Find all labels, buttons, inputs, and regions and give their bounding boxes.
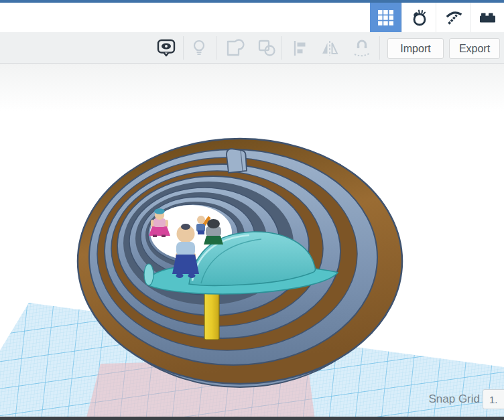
figure-base — [204, 236, 223, 244]
figure-legs — [198, 230, 204, 234]
figure-hair — [181, 224, 190, 230]
figure-skirt — [149, 226, 170, 236]
editor-mode-switcher — [370, 3, 504, 32]
show-all-tool-button[interactable] — [156, 38, 176, 58]
mirror-icon — [320, 38, 340, 58]
design-viewport[interactable]: Snap Grid 1. — [0, 64, 504, 420]
window-bottom-edge — [0, 417, 504, 420]
ungroup-tool-button[interactable] — [257, 38, 277, 58]
figure-hat — [154, 208, 165, 214]
import-button[interactable]: Import — [387, 38, 444, 59]
figure-foot — [176, 273, 184, 278]
mode-button-3d-design[interactable] — [370, 3, 401, 32]
align-tool-button[interactable] — [290, 38, 310, 58]
scene-canvas[interactable] — [0, 64, 504, 420]
toolbar-separator — [183, 36, 184, 60]
deck-left-endcap — [144, 264, 153, 285]
header-bar — [0, 3, 504, 32]
toolbar: Import Export — [0, 32, 504, 64]
figure-foot — [188, 273, 196, 278]
figure-torso — [176, 242, 195, 256]
brick-icon — [479, 9, 497, 27]
toolbar-separator — [281, 36, 282, 60]
mirror-tool-button[interactable] — [320, 38, 340, 58]
mode-button-sim-lab[interactable] — [401, 3, 436, 32]
coil-end-stub — [227, 149, 247, 173]
toolbar-separator — [216, 36, 216, 60]
figure-head — [197, 216, 205, 224]
mode-button-blocks[interactable] — [436, 3, 470, 32]
toolbar-separator — [379, 36, 380, 60]
export-button[interactable]: Export — [449, 38, 500, 59]
snap-grid-dropdown[interactable]: 1. — [483, 389, 504, 409]
group-icon — [225, 38, 245, 58]
support-pole — [204, 289, 219, 340]
pickaxe-icon — [444, 9, 462, 27]
figure-foot — [153, 235, 157, 238]
figure-skirt — [172, 255, 199, 274]
snap-grid-label: Snap Grid — [428, 393, 480, 406]
mode-button-bricks[interactable] — [470, 3, 504, 32]
show-hidden-tool-button[interactable] — [189, 38, 209, 58]
lightbulb-icon — [189, 38, 209, 58]
figure-foot — [162, 235, 166, 238]
ungroup-icon — [257, 38, 277, 58]
grid-icon — [377, 9, 395, 27]
bouncing-ball-icon — [410, 9, 428, 27]
figure-hair — [207, 219, 220, 228]
magnet-tool-button[interactable] — [352, 38, 372, 58]
magnet-icon — [352, 38, 372, 58]
group-tool-button[interactable] — [225, 38, 245, 58]
eye-bubble-icon — [156, 38, 176, 58]
align-icon — [290, 38, 310, 58]
